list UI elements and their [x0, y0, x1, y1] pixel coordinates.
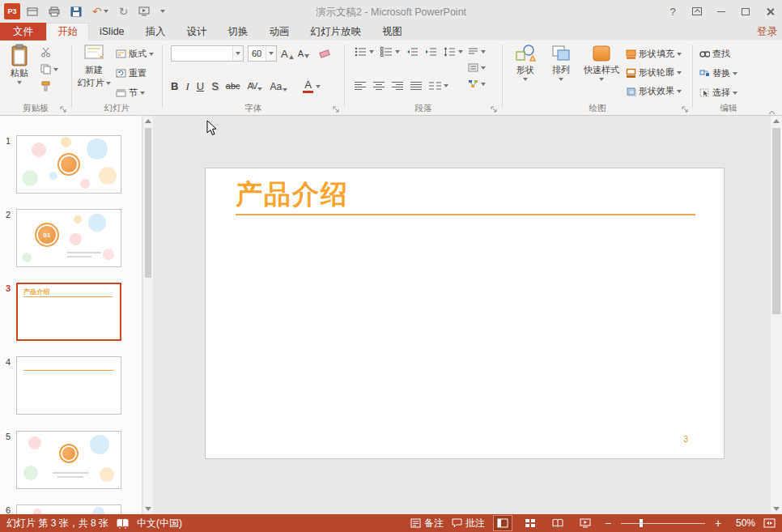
- increase-indent-button[interactable]: [425, 47, 437, 57]
- minimize-button[interactable]: [709, 0, 733, 23]
- decrease-indent-button[interactable]: [406, 47, 419, 57]
- thumbnail-preview[interactable]: 产品介绍: [16, 283, 121, 341]
- font-color-button[interactable]: A: [303, 79, 313, 93]
- undo-button[interactable]: ↶: [92, 5, 108, 18]
- slide-thumbnail-3-selected[interactable]: 3 产品介绍: [0, 283, 142, 341]
- align-left-button[interactable]: [355, 81, 367, 91]
- decrease-font-button[interactable]: A: [298, 49, 309, 58]
- clear-formatting-button[interactable]: [320, 51, 329, 57]
- scroll-down-button[interactable]: [143, 504, 153, 514]
- quick-styles-button[interactable]: 快速样式: [580, 44, 623, 81]
- character-spacing-button[interactable]: AV: [248, 82, 263, 91]
- tab-home[interactable]: 开始: [46, 23, 89, 40]
- comments-button[interactable]: 批注: [452, 517, 485, 530]
- maximize-button[interactable]: [733, 0, 758, 23]
- notes-button[interactable]: 备注: [410, 517, 444, 530]
- align-text-button[interactable]: [468, 63, 486, 72]
- scroll-up-button[interactable]: [143, 116, 153, 126]
- ribbon-display-options-button[interactable]: [685, 0, 709, 23]
- bold-button[interactable]: B: [171, 81, 178, 92]
- convert-smartart-button[interactable]: [468, 79, 486, 88]
- find-button[interactable]: 查找: [699, 48, 737, 60]
- language-indicator[interactable]: 中文(中国): [137, 517, 182, 530]
- new-slide-button[interactable]: 新建 幻灯片: [76, 44, 112, 89]
- arrange-button[interactable]: 排列: [545, 44, 577, 81]
- thumbnail-scrollbar[interactable]: [142, 116, 153, 514]
- thumbnail-preview[interactable]: [16, 356, 121, 415]
- shape-effects-button[interactable]: 形状效果: [626, 85, 682, 97]
- scroll-down-button[interactable]: [771, 504, 782, 514]
- tab-design[interactable]: 设计: [176, 23, 218, 40]
- help-button[interactable]: ?: [661, 0, 685, 23]
- powerpoint-app-icon[interactable]: P3: [4, 3, 20, 19]
- start-slideshow-icon[interactable]: [138, 5, 150, 18]
- normal-view-button[interactable]: [493, 515, 512, 531]
- shapes-button[interactable]: 形状: [509, 44, 542, 81]
- thumbnail-preview[interactable]: [16, 135, 121, 194]
- tab-animations[interactable]: 动画: [259, 23, 300, 40]
- tab-file[interactable]: 文件: [0, 23, 46, 40]
- cut-button[interactable]: [40, 47, 58, 57]
- copy-button[interactable]: [40, 64, 58, 74]
- strikethrough-button[interactable]: abc: [226, 82, 240, 91]
- sign-in-link[interactable]: 登录: [757, 23, 777, 40]
- shape-fill-button[interactable]: 形状填充: [626, 48, 682, 60]
- select-button[interactable]: 选择: [699, 87, 737, 99]
- slide-sorter-view-button[interactable]: [521, 515, 540, 531]
- format-painter-button[interactable]: [40, 81, 58, 92]
- save-icon[interactable]: [70, 5, 82, 18]
- thumbnail-preview[interactable]: [16, 504, 121, 514]
- scrollbar-thumb[interactable]: [145, 128, 151, 278]
- print-icon[interactable]: [49, 5, 60, 18]
- slide-canvas[interactable]: 产品介绍 3: [205, 168, 725, 459]
- font-size-combo[interactable]: 60: [248, 45, 277, 62]
- tab-islide[interactable]: iSlide: [89, 23, 135, 40]
- close-button[interactable]: [758, 0, 782, 23]
- tab-view[interactable]: 视图: [372, 23, 413, 40]
- font-name-combo[interactable]: [171, 45, 244, 62]
- scroll-up-button[interactable]: [771, 116, 782, 126]
- slide-counter[interactable]: 幻灯片 第 3 张，共 8 张: [6, 517, 108, 530]
- align-right-button[interactable]: [392, 81, 404, 91]
- reading-view-button[interactable]: [548, 515, 567, 531]
- canvas-scrollbar[interactable]: [770, 116, 782, 514]
- zoom-out-button[interactable]: −: [603, 517, 613, 529]
- slide-thumbnail-2[interactable]: 2 01: [0, 209, 142, 267]
- collapse-ribbon-button[interactable]: [768, 106, 776, 111]
- numbering-button[interactable]: [380, 47, 400, 57]
- bullets-button[interactable]: [355, 47, 374, 57]
- fit-slide-to-window-button[interactable]: [763, 518, 776, 528]
- slide-thumbnail-5[interactable]: 5: [0, 431, 142, 489]
- line-spacing-button[interactable]: [444, 47, 463, 57]
- columns-button[interactable]: [429, 81, 448, 91]
- slide-title-text[interactable]: 产品介绍: [236, 177, 349, 213]
- redo-icon[interactable]: ↻: [119, 5, 129, 18]
- zoom-level[interactable]: 50%: [731, 517, 755, 529]
- font-name-dropdown[interactable]: [232, 46, 243, 61]
- scrollbar-thumb[interactable]: [772, 128, 780, 314]
- slide-thumbnail-4[interactable]: 4: [0, 356, 142, 415]
- customize-qat-icon[interactable]: [160, 5, 165, 18]
- zoom-slider-thumb[interactable]: [640, 519, 643, 527]
- thumbnail-preview[interactable]: [16, 431, 121, 489]
- slide-thumbnail-6[interactable]: 6: [0, 504, 142, 514]
- touch-mode-icon[interactable]: [27, 5, 38, 18]
- align-center-button[interactable]: [373, 81, 385, 91]
- change-case-button[interactable]: Aa: [270, 82, 287, 92]
- justify-button[interactable]: [410, 81, 423, 91]
- text-direction-button[interactable]: [468, 47, 486, 56]
- tab-transitions[interactable]: 切换: [218, 23, 259, 40]
- replace-button[interactable]: 替换: [699, 67, 737, 79]
- font-size-dropdown[interactable]: [266, 46, 276, 61]
- reset-button[interactable]: 重置: [116, 67, 154, 79]
- slide-editing-area[interactable]: 产品介绍 3: [153, 116, 770, 514]
- slide-thumbnail-1[interactable]: 1: [0, 135, 142, 194]
- underline-button[interactable]: U: [197, 81, 204, 92]
- thumbnail-preview[interactable]: 01: [16, 209, 121, 267]
- zoom-in-button[interactable]: +: [713, 517, 723, 529]
- shape-outline-button[interactable]: 形状轮廓: [626, 66, 682, 79]
- text-shadow-button[interactable]: S: [211, 81, 219, 92]
- tab-slideshow[interactable]: 幻灯片放映: [300, 23, 372, 40]
- layout-button[interactable]: 版式: [116, 48, 154, 60]
- section-button[interactable]: 节: [116, 87, 154, 99]
